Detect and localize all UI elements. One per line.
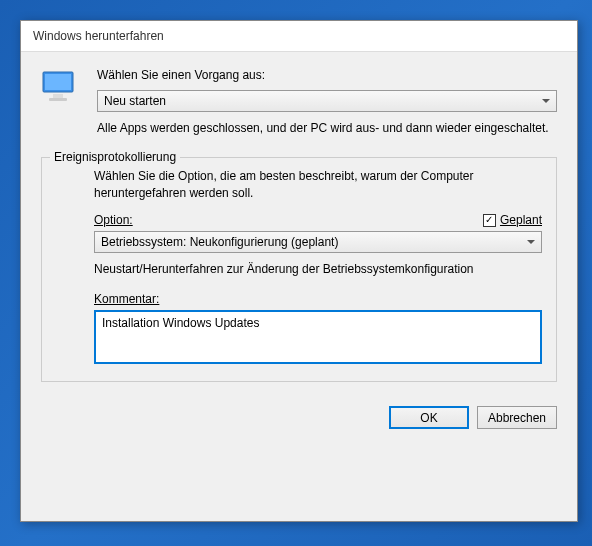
ok-button-label: OK [420, 411, 437, 425]
ok-button[interactable]: OK [389, 406, 469, 429]
action-select-value: Neu starten [104, 94, 166, 108]
action-prompt: Wählen Sie einen Vorgang aus: [97, 68, 557, 82]
action-section: Wählen Sie einen Vorgang aus: Neu starte… [41, 68, 557, 137]
chevron-down-icon [542, 99, 550, 103]
dialog-content: Wählen Sie einen Vorgang aus: Neu starte… [21, 52, 577, 406]
event-tracker-group: Ereignisprotokollierung Wählen Sie die O… [41, 157, 557, 382]
option-label: Option: [94, 213, 133, 227]
svg-rect-2 [53, 94, 63, 98]
window-title: Windows herunterfahren [21, 21, 577, 52]
event-tracker-desc: Wählen Sie die Option, die am besten bes… [94, 168, 542, 202]
reason-help: Neustart/Herunterfahren zur Änderung der… [94, 261, 542, 278]
cancel-button[interactable]: Abbrechen [477, 406, 557, 429]
reason-select[interactable]: Betriebssystem: Neukonfigurierung (gepla… [94, 231, 542, 253]
chevron-down-icon [527, 240, 535, 244]
event-tracker-legend: Ereignisprotokollierung [50, 150, 180, 164]
svg-rect-3 [49, 98, 67, 101]
reason-select-value: Betriebssystem: Neukonfigurierung (gepla… [101, 235, 338, 249]
action-help: Alle Apps werden geschlossen, und der PC… [97, 120, 557, 137]
comment-input[interactable] [94, 310, 542, 364]
monitor-icon [41, 70, 81, 106]
planned-checkbox-wrap[interactable]: ✓ Geplant [483, 213, 542, 227]
planned-label: Geplant [500, 213, 542, 227]
cancel-button-label: Abbrechen [488, 411, 546, 425]
planned-checkbox[interactable]: ✓ [483, 214, 496, 227]
action-select[interactable]: Neu starten [97, 90, 557, 112]
dialog-buttons: OK Abbrechen [21, 406, 577, 443]
comment-label: Kommentar: [94, 292, 542, 306]
svg-rect-1 [45, 74, 71, 90]
check-icon: ✓ [485, 215, 493, 225]
shutdown-dialog: Windows herunterfahren Wählen Sie einen … [20, 20, 578, 522]
